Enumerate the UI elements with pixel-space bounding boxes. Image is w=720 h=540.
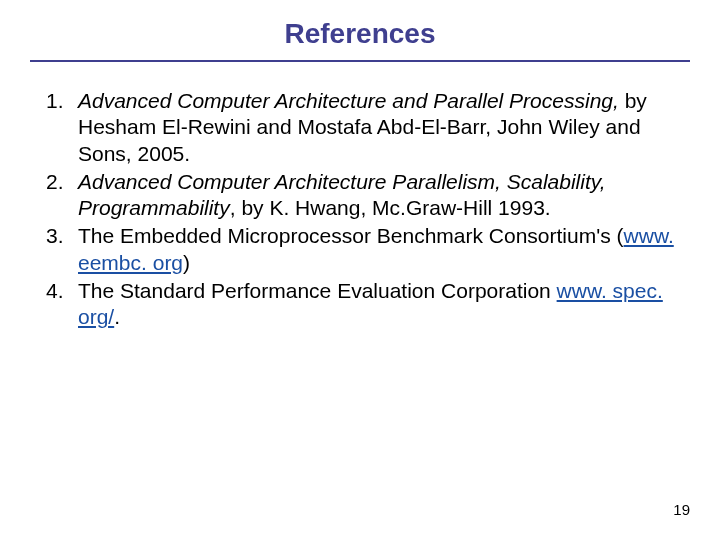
reference-text: The Embedded Microprocessor Benchmark Co… — [78, 224, 624, 247]
reference-text: . — [114, 305, 120, 328]
reference-item: The Standard Performance Evaluation Corp… — [40, 278, 680, 331]
reference-item: Advanced Computer Architecture Paralleli… — [40, 169, 680, 222]
reference-item: Advanced Computer Architecture and Paral… — [40, 88, 680, 167]
reference-text: ) — [183, 251, 190, 274]
slide: References Advanced Computer Architectur… — [0, 0, 720, 540]
page-number: 19 — [673, 501, 690, 518]
reference-text: The Standard Performance Evaluation Corp… — [78, 279, 557, 302]
reference-text: , by K. Hwang, Mc.Graw-Hill 1993. — [230, 196, 551, 219]
content-area: Advanced Computer Architecture and Paral… — [30, 88, 690, 330]
reference-list: Advanced Computer Architecture and Paral… — [40, 88, 680, 330]
reference-title-italic: Advanced Computer Architecture and Paral… — [78, 89, 619, 112]
title-underline — [30, 60, 690, 62]
reference-item: The Embedded Microprocessor Benchmark Co… — [40, 223, 680, 276]
slide-title: References — [30, 18, 690, 60]
